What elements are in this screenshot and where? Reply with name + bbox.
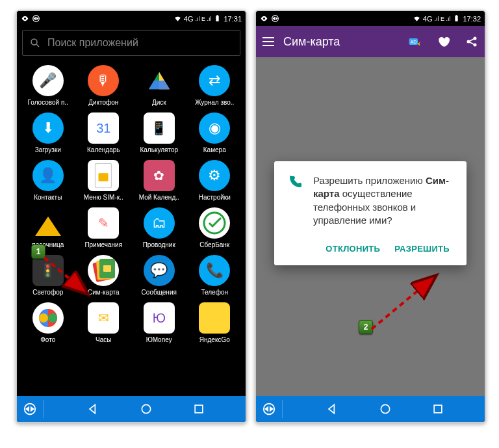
app-icon: 🎙: [88, 65, 119, 96]
app-ЯндексGo[interactable]: ЯндексGo: [188, 300, 242, 346]
app-label: Светофор: [23, 289, 73, 296]
app-icon: ⚙: [199, 160, 230, 191]
app-label: Проводник: [134, 241, 185, 248]
search-placeholder: Поиск приложений: [47, 37, 138, 49]
app-label: ЯндексGo: [189, 336, 240, 343]
app-Камера[interactable]: ◉Камера: [188, 110, 242, 156]
app-label: Диктофон: [78, 99, 129, 106]
app-Примечания[interactable]: ✎Примечания: [77, 205, 131, 251]
app-label: Диск: [134, 99, 185, 106]
app-icon: 📱: [144, 112, 175, 144]
back-button[interactable]: [86, 402, 99, 415]
app-Мой Календ..[interactable]: ✿Мой Календ..: [132, 157, 186, 204]
badge-2: 2: [359, 320, 373, 334]
app-label: Журнал зво..: [189, 99, 240, 106]
app-ЮMoney[interactable]: ЮЮMoney: [132, 300, 186, 346]
app-header: Сим-карта AD: [256, 26, 485, 57]
app-Загрузки[interactable]: ⬇Загрузки: [21, 110, 75, 156]
clock-time: 17:31: [224, 15, 242, 23]
app-Контакты[interactable]: 👤Контакты: [21, 157, 75, 204]
app-label: Примечания: [78, 241, 129, 248]
app-label: Камера: [189, 146, 240, 153]
app-label: Контакты: [23, 194, 73, 201]
app-Настройки[interactable]: ⚙Настройки: [188, 157, 242, 204]
svg-rect-18: [456, 15, 457, 16]
app-label: Часы: [78, 336, 129, 343]
app-Светофор[interactable]: 🚦Светофор: [21, 252, 75, 298]
app-Телефон[interactable]: 📞Телефон: [188, 252, 242, 298]
search-input[interactable]: Поиск приложений: [22, 30, 240, 56]
app-icon: 🗂: [144, 207, 175, 239]
app-Фото[interactable]: Фото: [21, 300, 75, 346]
app-label: Сообщения: [134, 289, 185, 296]
app-icon: 31: [88, 112, 119, 144]
app-Диск[interactable]: Диск: [132, 62, 186, 109]
app-Сим-карта[interactable]: Сим-карта: [77, 252, 131, 298]
app-Проводник[interactable]: 🗂Проводник: [132, 205, 186, 251]
app-icon: 👤: [32, 160, 64, 191]
battery-icon: [452, 14, 461, 23]
app-icon: [199, 207, 230, 239]
phone-icon: [287, 174, 303, 190]
ad-icon[interactable]: AD: [408, 35, 421, 48]
app-icon: [88, 160, 119, 191]
svg-rect-26: [434, 405, 442, 413]
app-label: Мой Календ..: [134, 194, 185, 201]
app-label: Калькулятор: [134, 146, 185, 153]
app-Меню SIM-к..[interactable]: Меню SIM-к..: [77, 157, 131, 204]
status-bar: 4G .ıl E .ıl 17:31: [17, 11, 246, 26]
app-Голосовой п..[interactable]: 🎤Голосовой п..: [21, 62, 75, 109]
app-Журнал зво..[interactable]: ⇄Журнал зво..: [188, 62, 242, 109]
dialog-text: Разрешить приложению Сим-карта осуществл…: [313, 174, 454, 227]
app-Часы[interactable]: ✉Часы: [77, 300, 131, 346]
nav-bar: [17, 396, 246, 422]
recent-button[interactable]: [431, 402, 444, 415]
app-icon: ⬇: [32, 112, 64, 144]
svg-point-23: [474, 44, 476, 46]
home-button[interactable]: [140, 402, 153, 415]
badge-1: 1: [31, 244, 45, 259]
app-Сообщения[interactable]: 💬Сообщения: [132, 252, 186, 298]
phone-right: 4G .ıl E .ıl 17:32 Сим-карта AD Разрешит…: [255, 10, 486, 423]
phone-left: 4G .ıl E .ıl 17:31 Поиск приложений 🎤Гол…: [16, 10, 247, 423]
network-label: 4G: [423, 15, 433, 23]
allow-button[interactable]: РАЗРЕШИТЬ: [390, 239, 454, 259]
permission-dialog: Разрешить приложению Сим-карта осуществл…: [274, 161, 467, 265]
app-label: Календарь: [78, 146, 129, 153]
svg-point-3: [31, 39, 37, 45]
svg-point-22: [474, 37, 476, 39]
svg-rect-5: [99, 173, 109, 181]
teamviewer-button[interactable]: [17, 400, 44, 418]
svg-rect-10: [103, 265, 111, 272]
app-title: Сим-карта: [283, 35, 392, 49]
app-Календарь[interactable]: 31Календарь: [77, 110, 131, 156]
heart-icon[interactable]: [437, 35, 450, 48]
recent-button[interactable]: [192, 402, 205, 415]
app-icon: ⇄: [199, 65, 230, 96]
network-label: 4G: [184, 15, 194, 23]
status-bar: 4G .ıl E .ıl 17:32: [256, 11, 485, 26]
svg-point-14: [142, 404, 150, 413]
deny-button[interactable]: ОТКЛОНИТЬ: [322, 239, 384, 259]
app-icon: ◉: [199, 112, 230, 144]
share-icon[interactable]: [465, 35, 478, 48]
teamviewer-icon: [32, 14, 40, 23]
teamviewer-button[interactable]: [256, 400, 283, 418]
back-button[interactable]: [326, 402, 339, 415]
teamviewer-icon: [271, 14, 279, 23]
app-СберБанк[interactable]: СберБанк: [188, 205, 242, 251]
svg-rect-1: [216, 16, 219, 21]
signal-bars: .ıl E .ıl: [434, 16, 450, 22]
app-песочница[interactable]: песочница: [21, 205, 75, 251]
clock-time: 17:32: [463, 15, 481, 23]
wifi-icon: [413, 14, 421, 23]
svg-rect-15: [195, 405, 203, 413]
battery-icon: [213, 14, 222, 23]
app-label: Сим-карта: [78, 289, 129, 296]
hamburger-menu[interactable]: [262, 37, 274, 46]
app-icon: 📞: [199, 255, 230, 286]
app-Диктофон[interactable]: 🎙Диктофон: [77, 62, 131, 109]
svg-point-11: [39, 313, 48, 323]
home-button[interactable]: [379, 402, 392, 415]
app-Калькулятор[interactable]: 📱Калькулятор: [132, 110, 186, 156]
